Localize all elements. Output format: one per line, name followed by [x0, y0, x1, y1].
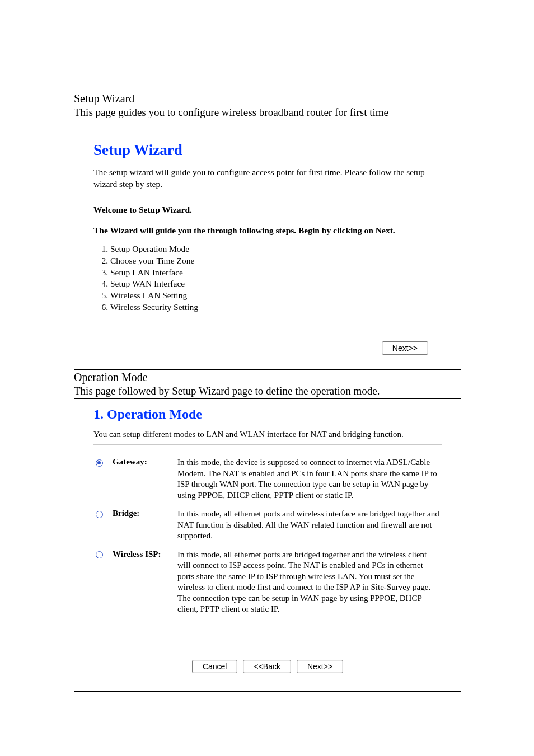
cancel-button[interactable]: Cancel — [192, 660, 238, 673]
wizard-step: Wireless LAN Setting — [110, 290, 442, 302]
section-desc-setup-wizard: This page guides you to configure wirele… — [74, 106, 461, 119]
next-button[interactable]: Next>> — [382, 341, 428, 355]
mode-label-gateway: Gateway: — [110, 455, 175, 503]
mode-label-bridge: Bridge: — [110, 506, 175, 544]
section-desc-operation-mode: This page followed by Setup Wizard page … — [74, 385, 461, 397]
mode-row-wireless-isp: Wireless ISP: In this mode, all ethernet… — [93, 547, 442, 617]
panel-title-setup-wizard: Setup Wizard — [93, 142, 442, 159]
mode-label-wireless-isp: Wireless ISP: — [110, 547, 175, 617]
divider — [93, 444, 442, 445]
wizard-step: Choose your Time Zone — [110, 255, 442, 267]
section-title-setup-wizard: Setup Wizard — [74, 92, 461, 105]
next-button[interactable]: Next>> — [297, 660, 343, 673]
wizard-welcome: Welcome to Setup Wizard. — [93, 204, 442, 216]
radio-bridge[interactable] — [96, 511, 103, 518]
wizard-step: Setup Operation Mode — [110, 243, 442, 255]
divider — [93, 196, 442, 196]
mode-row-bridge: Bridge: In this mode, all ethernet ports… — [93, 506, 442, 544]
back-button[interactable]: <<Back — [243, 660, 291, 673]
mode-desc-bridge: In this mode, all ethernet ports and wir… — [175, 506, 442, 544]
section-title-operation-mode: Operation Mode — [74, 371, 461, 384]
opmode-description: You can setup different modes to LAN and… — [93, 429, 442, 440]
mode-desc-wireless-isp: In this mode, all ethernet ports are bri… — [175, 547, 442, 617]
wizard-step: Wireless Security Setting — [110, 302, 442, 313]
wizard-step: Setup WAN Interface — [110, 278, 442, 290]
radio-gateway[interactable] — [96, 459, 103, 467]
wizard-step: Setup LAN Interface — [110, 267, 442, 279]
mode-desc-gateway: In this mode, the device is supposed to … — [175, 455, 442, 503]
wizard-guide-line: The Wizard will guide you the through fo… — [93, 225, 442, 237]
radio-wireless-isp[interactable] — [96, 551, 103, 558]
operation-mode-options: Gateway: In this mode, the device is sup… — [93, 452, 442, 621]
wizard-description: The setup wizard will guide you to confi… — [93, 167, 442, 190]
mode-row-gateway: Gateway: In this mode, the device is sup… — [93, 455, 442, 503]
operation-mode-panel: 1. Operation Mode You can setup differen… — [74, 398, 461, 692]
wizard-steps-list: Setup Operation Mode Choose your Time Zo… — [97, 243, 442, 314]
panel-title-operation-mode: 1. Operation Mode — [93, 407, 442, 422]
setup-wizard-panel: Setup Wizard The setup wizard will guide… — [74, 129, 461, 370]
